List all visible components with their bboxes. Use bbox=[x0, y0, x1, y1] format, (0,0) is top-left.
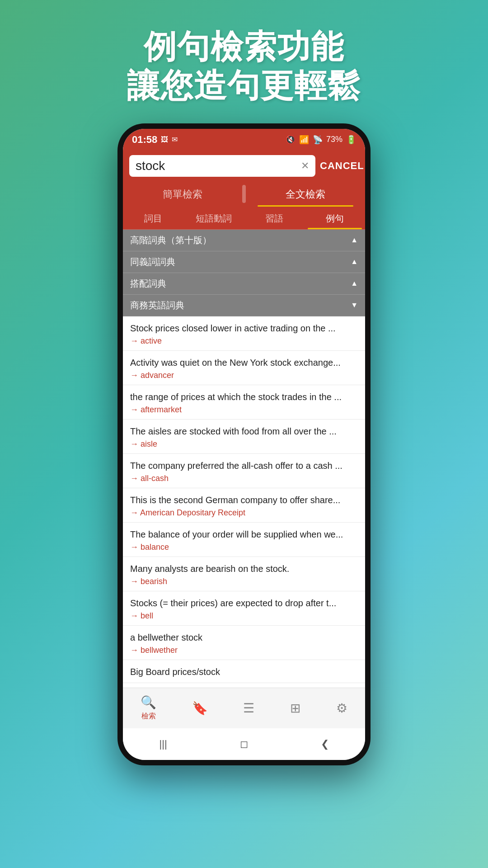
search-nav-label: 檢索 bbox=[141, 712, 156, 721]
result-item[interactable]: The balance of your order will be suppli… bbox=[123, 523, 365, 557]
result-arrow-word: → balance bbox=[130, 542, 358, 552]
android-home-btn[interactable]: ◻ bbox=[240, 738, 248, 750]
result-arrow-word: → bellwether bbox=[130, 646, 358, 655]
phone-outer: 01:58 🖼 ✉ 🔇 📶 📡 73% 🔋 ✕ CANCEL 簡單檢索 bbox=[117, 123, 371, 765]
result-arrow-word: → bearish bbox=[130, 577, 358, 586]
tab-example[interactable]: 例句 bbox=[305, 207, 365, 229]
dict-header-2-label: 搭配詞典 bbox=[130, 278, 166, 290]
android-nav-bar: ||| ◻ ❮ bbox=[123, 728, 365, 760]
dict-header-2[interactable]: 搭配詞典 ▲ bbox=[123, 273, 365, 295]
tab-idiom[interactable]: 習語 bbox=[244, 207, 305, 229]
result-arrow-word: → American Depositary Receipt bbox=[130, 508, 358, 518]
result-arrow-word: → active bbox=[130, 336, 358, 346]
search-nav-icon: 🔍 bbox=[141, 695, 156, 710]
tab-words[interactable]: 詞目 bbox=[123, 207, 183, 229]
dict-header-0-label: 高階詞典（第十版） bbox=[130, 234, 211, 246]
search-input[interactable] bbox=[136, 159, 297, 173]
result-item[interactable]: the range of prices at which the stock t… bbox=[123, 385, 365, 420]
bookmark-nav-icon: 🔖 bbox=[192, 701, 208, 716]
result-sentence: This is the second German company to off… bbox=[130, 494, 358, 506]
result-arrow-word: → all-cash bbox=[130, 474, 358, 483]
signal-icon: 📡 bbox=[313, 135, 323, 145]
bottom-nav: 🔍 檢索 🔖 ☰ ⊞ ⚙ bbox=[123, 688, 365, 728]
dict-header-0[interactable]: 高階詞典（第十版） ▲ bbox=[123, 230, 365, 251]
status-time: 01:58 bbox=[132, 134, 157, 146]
result-sentence: the range of prices at which the stock t… bbox=[130, 391, 358, 403]
nav-settings[interactable]: ⚙ bbox=[329, 697, 355, 719]
result-sentence: The aisles are stocked with food from al… bbox=[130, 425, 358, 438]
result-item[interactable]: The company preferred the all-cash offer… bbox=[123, 454, 365, 488]
result-arrow-word: → aisle bbox=[130, 439, 358, 449]
clear-icon[interactable]: ✕ bbox=[301, 160, 309, 172]
nav-grid[interactable]: ⊞ bbox=[283, 697, 308, 719]
result-item[interactable]: Activity was quiet on the New York stock… bbox=[123, 351, 365, 385]
photo-icon: 🖼 bbox=[161, 136, 168, 144]
result-sentence: Stocks (= their prices) are expected to … bbox=[130, 597, 358, 609]
result-sentence: The company preferred the all-cash offer… bbox=[130, 459, 358, 472]
nav-search[interactable]: 🔍 檢索 bbox=[133, 691, 164, 725]
tabs-row2: 詞目 短語動詞 習語 例句 bbox=[123, 207, 365, 230]
cancel-button[interactable]: CANCEL bbox=[320, 160, 364, 172]
results-list[interactable]: Stock prices closed lower in active trad… bbox=[123, 316, 365, 688]
battery-icon: 🔋 bbox=[346, 135, 356, 145]
phone-inner: 01:58 🖼 ✉ 🔇 📶 📡 73% 🔋 ✕ CANCEL 簡單檢索 bbox=[123, 129, 365, 760]
result-sentence: Stock prices closed lower in active trad… bbox=[130, 322, 358, 335]
result-sentence: Many analysts are bearish on the stock. bbox=[130, 562, 358, 575]
search-input-wrapper[interactable]: ✕ bbox=[129, 155, 315, 177]
dict-header-1[interactable]: 同義詞詞典 ▲ bbox=[123, 251, 365, 273]
dict-header-2-arrow: ▲ bbox=[351, 279, 358, 288]
dict-header-0-arrow: ▲ bbox=[351, 236, 358, 244]
dict-header-3-label: 商務英語詞典 bbox=[130, 299, 184, 311]
dict-header-3[interactable]: 商務英語詞典 ▼ bbox=[123, 295, 365, 316]
tabs-row1: 簡單檢索 全文檢索 bbox=[123, 181, 365, 207]
result-sentence: Big Board prices/stock bbox=[130, 665, 358, 678]
mute-icon: 🔇 bbox=[286, 135, 296, 145]
list-nav-icon: ☰ bbox=[243, 701, 254, 716]
result-item[interactable]: Many analysts are bearish on the stock.→… bbox=[123, 557, 365, 591]
result-sentence: The balance of your order will be suppli… bbox=[130, 528, 358, 541]
header-text: 例句檢索功能 讓您造句更輕鬆 bbox=[127, 27, 361, 105]
tab-divider bbox=[242, 185, 246, 203]
result-arrow-word: → advancer bbox=[130, 371, 358, 380]
wifi-icon: 📶 bbox=[299, 135, 309, 145]
dict-header-3-arrow: ▼ bbox=[351, 301, 358, 309]
result-item[interactable]: a bellwether stock→ bellwether bbox=[123, 626, 365, 660]
android-recent-btn[interactable]: ||| bbox=[159, 738, 167, 750]
nav-bookmark[interactable]: 🔖 bbox=[185, 697, 215, 719]
header-line1: 例句檢索功能 bbox=[127, 27, 361, 66]
result-item[interactable]: This is the second German company to off… bbox=[123, 488, 365, 523]
grid-nav-icon: ⊞ bbox=[290, 701, 300, 716]
tab-fulltext-search[interactable]: 全文檢索 bbox=[246, 181, 365, 207]
result-arrow-word: → bell bbox=[130, 611, 358, 621]
result-sentence: Activity was quiet on the New York stock… bbox=[130, 356, 358, 369]
result-item[interactable]: Stock prices closed lower in active trad… bbox=[123, 316, 365, 351]
status-bar: 01:58 🖼 ✉ 🔇 📶 📡 73% 🔋 bbox=[123, 129, 365, 151]
result-item[interactable]: The aisles are stocked with food from al… bbox=[123, 420, 365, 454]
header-line2: 讓您造句更輕鬆 bbox=[127, 66, 361, 105]
result-item[interactable]: Stocks (= their prices) are expected to … bbox=[123, 591, 365, 626]
result-arrow-word: → aftermarket bbox=[130, 405, 358, 415]
battery-text: 73% bbox=[326, 135, 343, 144]
dict-header-1-label: 同義詞詞典 bbox=[130, 256, 175, 268]
search-bar-area: ✕ CANCEL bbox=[123, 151, 365, 181]
gear-nav-icon: ⚙ bbox=[336, 701, 347, 716]
nav-list[interactable]: ☰ bbox=[236, 697, 262, 719]
dict-header-1-arrow: ▲ bbox=[351, 258, 358, 266]
tab-simple-search[interactable]: 簡單檢索 bbox=[123, 181, 242, 207]
android-back-btn[interactable]: ❮ bbox=[321, 738, 329, 750]
tab-phrasal[interactable]: 短語動詞 bbox=[183, 207, 244, 229]
result-item[interactable]: Big Board prices/stock bbox=[123, 660, 365, 683]
result-sentence: a bellwether stock bbox=[130, 631, 358, 644]
email-icon: ✉ bbox=[172, 135, 178, 144]
